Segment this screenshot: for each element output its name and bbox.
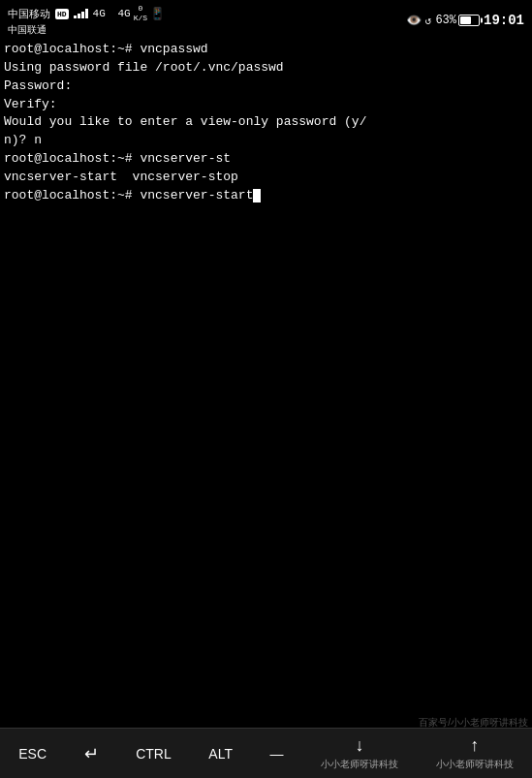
key-alt[interactable]: ALT: [199, 738, 242, 769]
key-esc-label: ESC: [18, 746, 47, 762]
keyboard-bar: ESC ↵ CTRL ALT — ↓ 小小老师呀讲科技 ↑ 小小老师呀讲科技: [0, 728, 532, 778]
usb-icon: 📱: [150, 7, 165, 21]
hd-badge: HD: [55, 9, 69, 19]
key-alt-label: ALT: [208, 746, 233, 762]
battery-container: 63%: [435, 14, 480, 27]
network-4g-2: 4G: [117, 8, 130, 19]
terminal-area[interactable]: root@localhost:~# vncpasswd Using passwo…: [0, 37, 532, 728]
key-ctrl[interactable]: CTRL: [126, 738, 181, 769]
terminal-output: root@localhost:~# vncpasswd Using passwo…: [4, 41, 528, 205]
signal-bar-2: [78, 14, 80, 18]
watermark: 百家号/小小老师呀讲科技: [419, 716, 528, 730]
network-4g-1: 4G: [93, 8, 106, 19]
key-down-icon: ↓: [356, 735, 364, 756]
key-up[interactable]: ↑ 小小老师呀讲科技: [426, 728, 523, 778]
carrier-bottom: 中国联通: [8, 23, 47, 37]
key-enter-icon: ↵: [84, 743, 99, 764]
carrier-top: 中国移动 HD 4G 4G 0 K/S 📱: [8, 4, 165, 22]
carrier-info: 中国移动 HD 4G 4G 0 K/S 📱 中国联通: [8, 4, 165, 36]
time-display: 19:01: [484, 13, 524, 28]
carrier-name: 中国移动: [8, 7, 50, 21]
key-ctrl-label: CTRL: [136, 746, 172, 762]
network-speed: 0 K/S: [134, 4, 147, 22]
status-right: 👁️ ↺ 63% 19:01: [406, 13, 524, 28]
key-enter[interactable]: ↵: [75, 735, 109, 772]
battery-percent: 63%: [435, 14, 456, 27]
key-down-sub: 小小老师呀讲科技: [321, 758, 398, 771]
key-down[interactable]: ↓ 小小老师呀讲科技: [311, 728, 408, 778]
battery-icon: [458, 15, 480, 26]
key-up-sub: 小小老师呀讲科技: [436, 758, 514, 771]
battery-fill: [460, 16, 471, 24]
status-bar: 中国移动 HD 4G 4G 0 K/S 📱 中国联通 👁️ ↺ 63%: [0, 0, 532, 37]
signal-bar-1: [74, 16, 77, 18]
signal-bars: [74, 9, 88, 18]
key-esc[interactable]: ESC: [9, 738, 56, 769]
key-dash[interactable]: —: [261, 738, 294, 769]
lock-icon: 👁️: [406, 13, 422, 28]
key-dash-label: —: [270, 746, 284, 762]
signal-bar-3: [81, 12, 84, 18]
rotate-icon: ↺: [425, 15, 432, 27]
signal-bar-4: [85, 9, 88, 18]
key-up-icon: ↑: [470, 735, 479, 756]
